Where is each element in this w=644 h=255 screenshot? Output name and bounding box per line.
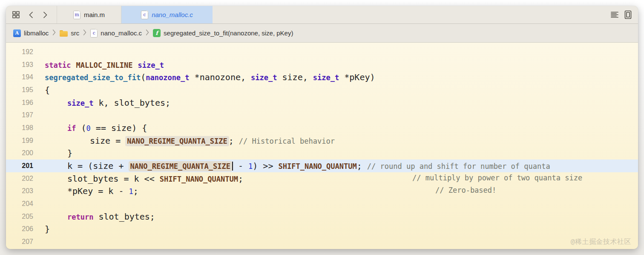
code-line-205[interactable]: 205return slot_bytes; [6,210,638,223]
code-line-199[interactable]: 199size = NANO_REGIME_QUANTA_SIZE; // Hi… [6,134,638,147]
code-line-194[interactable]: 194segregated_size_to_fit(nanozone_t *na… [6,71,638,84]
tab-nano-malloc-c[interactable]: c nano_malloc.c [121,6,213,23]
navigation-controls [6,6,57,23]
c-file-icon: c [90,29,98,38]
line-number: 197 [6,111,33,119]
code-line-198[interactable]: 198if (0 == size) { [6,122,638,134]
line-number: 201 [6,162,33,170]
chevron-separator-icon [146,29,149,37]
tab-label: nano_malloc.c [152,11,193,18]
add-editor-icon[interactable] [624,10,632,19]
code-line-193[interactable]: 193static MALLOC_INLINE size_t [6,58,638,71]
code-editor-lines: 192193static MALLOC_INLINE size_t194segr… [6,46,638,248]
code-line-197[interactable]: 197 [6,109,638,122]
m-file-icon: m [73,11,80,19]
line-number: 195 [6,86,33,94]
line-number: 202 [6,175,33,183]
breadcrumb-label: nano_malloc.c [101,29,142,37]
c-file-icon: c [141,11,148,19]
project-icon: A [13,29,21,37]
code-line-203[interactable]: 203*pKey = k - 1;// Zero-based! [6,185,638,198]
code-line-204[interactable]: 204 [6,197,638,210]
code-line-195[interactable]: 195{ [6,84,638,96]
line-number: 203 [6,187,33,195]
line-number: 204 [6,200,33,208]
forward-button[interactable] [42,11,49,19]
function-icon: f [153,29,161,37]
back-button[interactable] [28,11,34,19]
tab-label: main.m [84,11,105,18]
code-line-206[interactable]: 206} [6,223,638,236]
line-number: 200 [6,149,33,157]
breadcrumb-item-src[interactable]: src [60,29,79,37]
breadcrumb-item-file[interactable]: c nano_malloc.c [90,29,142,38]
editor-options-icon[interactable] [610,11,619,19]
related-items-icon[interactable] [12,10,20,19]
code-line-207[interactable]: 207 [6,235,638,248]
tab-main-m[interactable]: m main.m [57,6,121,23]
line-number: 192 [6,48,33,56]
breadcrumb: A libmalloc src c nano_malloc.c f segreg… [6,24,638,43]
watermark: @稀土掘金技术社区 [571,238,631,246]
line-number: 205 [6,213,33,220]
editor-actions [610,6,638,23]
xcode-editor-window: m main.m c nano_malloc.c A libma [6,6,638,249]
breadcrumb-label: segregated_size_to_fit(nanozone, size, p… [164,29,293,37]
code-line-202[interactable]: 202slot_bytes = k << SHIFT_NANO_QUANTUM;… [6,172,638,185]
folder-icon [60,30,68,37]
code-line-192[interactable]: 192 [6,46,638,58]
line-number: 196 [6,99,33,107]
breadcrumb-label: src [71,29,79,37]
breadcrumb-item-function[interactable]: f segregated_size_to_fit(nanozone, size,… [153,29,293,37]
line-number: 193 [6,61,33,69]
line-number: 207 [6,238,33,246]
code-line-196[interactable]: 196size_t k, slot_bytes; [6,96,638,109]
line-number: 199 [6,137,33,145]
code-editor[interactable]: 192193static MALLOC_INLINE size_t194segr… [6,43,638,249]
tab-bar: m main.m c nano_malloc.c [6,6,638,24]
code-line-200[interactable]: 200} [6,147,638,160]
line-number: 198 [6,124,33,132]
chevron-separator-icon [52,29,56,37]
line-number: 206 [6,225,33,233]
breadcrumb-item-project[interactable]: A libmalloc [13,29,49,37]
code-line-201[interactable]: 201k = (size + NANO_REGIME_QUANTA_SIZE -… [6,159,638,172]
line-number: 194 [6,73,33,81]
chevron-separator-icon [83,29,86,37]
breadcrumb-label: libmalloc [24,29,49,37]
